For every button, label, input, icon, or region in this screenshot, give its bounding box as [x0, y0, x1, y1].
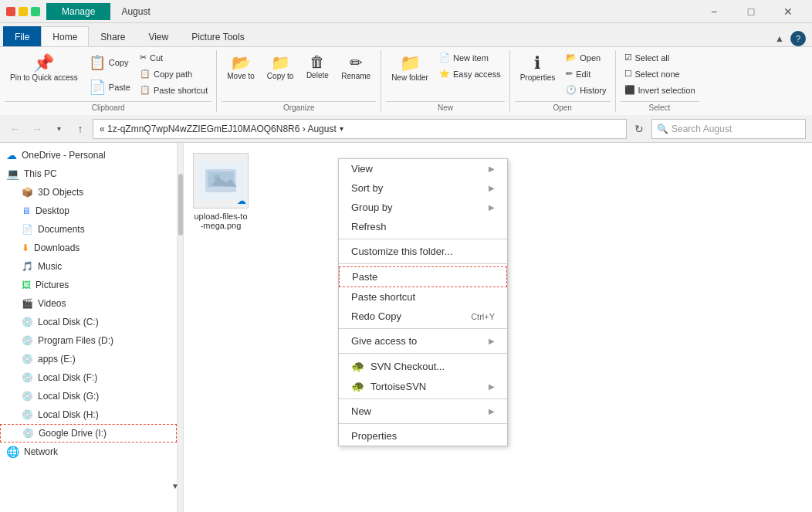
minimize-button[interactable]: − — [696, 0, 732, 23]
tortoisesvn-icon: 🐢 — [351, 380, 364, 392]
help-btn[interactable]: ? — [790, 31, 806, 46]
search-placeholder: Search August — [672, 124, 732, 134]
path-dropdown-icon: ▾ — [340, 124, 343, 133]
sidebar-item-localf[interactable]: 💿 Local Disk (F:) — [0, 368, 177, 387]
close-button[interactable]: ✕ — [770, 0, 806, 23]
tab-home[interactable]: Home — [41, 26, 89, 46]
sidebar-item-videos[interactable]: 🎬 Videos — [0, 294, 177, 313]
ctx-divider-3 — [339, 328, 507, 329]
rename-button[interactable]: ✏ Rename — [336, 50, 376, 83]
sidebar-item-network[interactable]: 🌐 Network — [0, 442, 177, 461]
sidebar-item-programd[interactable]: 💿 Program Files (D:) — [0, 331, 177, 350]
sidebar-item-label: Local Disk (F:) — [38, 372, 97, 383]
address-path[interactable]: « 1z-qZmnQ7wpN4wZZIEGmEJ10MAOQ6N8R6 › Au… — [93, 119, 627, 139]
tab-share[interactable]: Share — [89, 26, 137, 46]
diskg-icon: 💿 — [22, 391, 33, 402]
ctx-new-label: New — [351, 405, 371, 417]
ctx-svn-checkout[interactable]: 🐢 SVN Checkout... — [339, 356, 507, 376]
sidebar-item-downloads[interactable]: ⬇ Downloads — [0, 239, 177, 257]
paste-icon: 📄 — [89, 79, 106, 96]
googledrive-icon: 💿 — [22, 428, 34, 439]
ctx-sort[interactable]: Sort by ▶ — [339, 178, 507, 198]
onedrive-icon: ☁ — [6, 149, 17, 161]
sidebar-item-label: Network — [24, 446, 58, 457]
sidebar-item-googledrive[interactable]: 💿 Google Drive (I:) — [0, 424, 177, 442]
sidebar-item-apse[interactable]: 💿 apps (E:) — [0, 350, 177, 368]
sidebar-item-desktop[interactable]: 🖥 Desktop — [0, 202, 177, 220]
edit-button[interactable]: ✏ Edit — [562, 66, 610, 81]
sidebar-item-thispc[interactable]: 💻 This PC — [0, 164, 177, 183]
window-title: August — [113, 3, 157, 20]
sidebar-item-localg[interactable]: 💿 Local Disk (G:) — [0, 387, 177, 405]
select-none-button[interactable]: ☐ Select none — [621, 66, 699, 81]
ctx-give-access[interactable]: Give access to ▶ — [339, 331, 507, 351]
select-all-icon: ☑ — [624, 53, 632, 63]
copy-button[interactable]: 📋 Copy — [85, 50, 134, 75]
forward-button[interactable]: → — [28, 120, 46, 138]
move-to-button[interactable]: 📂 Move to — [222, 50, 260, 84]
select-all-button[interactable]: ☑ Select all — [621, 50, 699, 65]
ctx-group[interactable]: Group by ▶ — [339, 198, 507, 217]
cloud-sync-icon: ☁ — [237, 195, 246, 206]
sidebar-item-label: Pictures — [36, 280, 69, 290]
ctx-new[interactable]: New ▶ — [339, 402, 507, 421]
tab-file[interactable]: File — [3, 26, 41, 46]
pin-quick-access-button[interactable]: 📌 Pin to Quick access — [5, 50, 83, 86]
sidebar-item-onedrive[interactable]: ☁ OneDrive - Personal — [0, 146, 177, 164]
history-button[interactable]: 🕐 History — [562, 83, 610, 97]
window-icon-2 — [19, 7, 28, 16]
ctx-redo-copy[interactable]: Redo Copy Ctrl+Y — [339, 307, 507, 326]
delete-button[interactable]: 🗑 Delete — [300, 50, 334, 83]
recent-locations-button[interactable]: ▾ — [49, 120, 68, 138]
ctx-refresh[interactable]: Refresh — [339, 217, 507, 236]
sidebar-item-music[interactable]: 🎵 Music — [0, 257, 177, 276]
sidebar-item-label: Local Disk (H:) — [38, 409, 99, 420]
copy-to-button[interactable]: 📁 Copy to — [262, 50, 299, 84]
tab-view[interactable]: View — [137, 26, 180, 46]
cut-button[interactable]: ✂ Cut — [136, 50, 211, 65]
ribbon-collapse-btn[interactable]: ▲ — [772, 31, 787, 46]
new-item-button[interactable]: 📄 New item — [435, 50, 505, 65]
file-name: upload-files-to-mega.png — [194, 212, 248, 230]
back-button[interactable]: ← — [6, 120, 25, 138]
properties-button[interactable]: ℹ Properties — [515, 50, 561, 85]
sidebar-item-documents[interactable]: 📄 Documents — [0, 220, 177, 239]
search-box[interactable]: 🔍 Search August — [651, 119, 806, 139]
list-item[interactable]: ☁ upload-files-to-mega.png — [190, 149, 252, 234]
sidebar-item-3dobjects[interactable]: 📦 3D Objects — [0, 183, 177, 202]
cut-icon: ✂ — [140, 53, 147, 63]
tab-picture-tools[interactable]: Picture Tools — [180, 26, 255, 46]
diskf-icon: 💿 — [22, 372, 33, 383]
ctx-paste-label: Paste — [352, 271, 377, 283]
copy-path-button[interactable]: 📋 Copy path — [136, 66, 211, 81]
music-icon: 🎵 — [22, 261, 33, 272]
easy-access-button[interactable]: ⭐ Easy access — [435, 66, 505, 81]
ctx-view[interactable]: View ▶ — [339, 159, 507, 178]
up-button[interactable]: ↑ — [71, 120, 90, 138]
sidebar-item-label: Desktop — [36, 205, 69, 216]
paste-button[interactable]: 📄 Paste — [85, 75, 134, 100]
ctx-properties[interactable]: Properties — [339, 426, 507, 446]
organize-label: Organize — [222, 101, 376, 112]
paste-shortcut-button[interactable]: 📋 Paste shortcut — [136, 83, 211, 97]
ctx-customize[interactable]: Customize this folder... — [339, 242, 507, 261]
maximize-button[interactable]: □ — [733, 0, 769, 23]
sidebar-scroll-thumb[interactable] — [178, 174, 183, 236]
sidebar-item-localc[interactable]: 💿 Local Disk (C:) — [0, 313, 177, 331]
pin-icon: 📌 — [33, 53, 54, 73]
ctx-tortoisesvn[interactable]: 🐢 TortoiseSVN ▶ — [339, 376, 507, 396]
ctx-tortoisesvn-label: TortoiseSVN — [370, 381, 426, 392]
pictures-icon: 🖼 — [22, 280, 31, 290]
scroll-down-arrow[interactable]: ▼ — [171, 482, 179, 490]
ctx-paste[interactable]: Paste — [339, 266, 507, 287]
open-button[interactable]: 📂 Open — [562, 50, 610, 65]
ribbon-group-open: ℹ Properties 📂 Open ✏ Edit 🕐 History Ope… — [510, 50, 616, 112]
sidebar-item-localh[interactable]: 💿 Local Disk (H:) — [0, 405, 177, 424]
ctx-paste-shortcut[interactable]: Paste shortcut — [339, 287, 507, 307]
invert-selection-button[interactable]: ⬛ Invert selection — [621, 83, 699, 97]
new-folder-button[interactable]: 📁 New folder — [386, 50, 434, 86]
refresh-button[interactable]: ↻ — [630, 120, 648, 138]
sidebar-item-pictures[interactable]: 🖼 Pictures — [0, 276, 177, 294]
ctx-give-access-arrow: ▶ — [489, 337, 495, 345]
address-bar: ← → ▾ ↑ « 1z-qZmnQ7wpN4wZZIEGmEJ10MAOQ6N… — [0, 115, 812, 143]
